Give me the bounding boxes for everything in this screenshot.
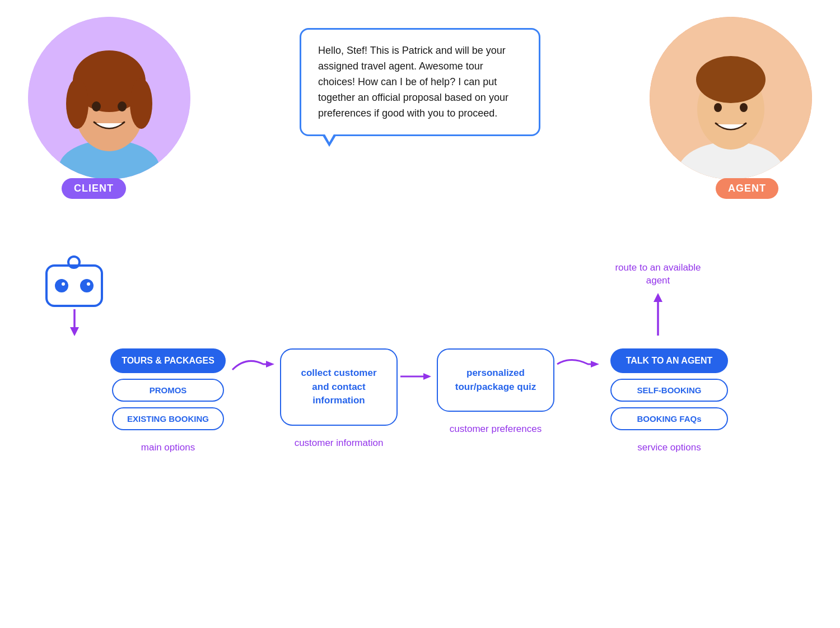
promos-btn[interactable]: PROMOS bbox=[112, 379, 224, 402]
svg-point-14 bbox=[714, 103, 722, 112]
customer-pref-label: customer preferences bbox=[450, 423, 542, 436]
svg-rect-16 bbox=[46, 266, 102, 306]
col-customer-pref: personalized tour/package quiz customer … bbox=[437, 348, 554, 436]
svg-point-20 bbox=[80, 279, 94, 292]
quiz-box: personalized tour/package quiz bbox=[437, 348, 554, 412]
arrow-3-4 bbox=[554, 348, 605, 375]
col-main-options: TOURS & PACKAGES PROMOS EXISTING BOOKING… bbox=[106, 348, 230, 454]
bot-icon-area bbox=[42, 253, 106, 337]
bot-down-arrow bbox=[66, 309, 83, 337]
svg-marker-27 bbox=[423, 373, 431, 380]
tours-packages-btn[interactable]: TOURS & PACKAGES bbox=[110, 348, 226, 373]
talk-agent-btn[interactable]: TALK TO AN AGENT bbox=[610, 348, 728, 373]
bot-icon bbox=[42, 253, 106, 309]
agent-label-badge: AGENT bbox=[716, 178, 778, 199]
svg-marker-25 bbox=[266, 361, 274, 368]
speech-bubble: Hello, Stef! This is Patrick and will be… bbox=[300, 28, 540, 136]
customer-info-label: customer information bbox=[295, 437, 384, 450]
agent-avatar-container: AGENT bbox=[633, 17, 812, 230]
arrow-2-3 bbox=[398, 348, 437, 385]
svg-point-8 bbox=[118, 101, 127, 111]
flow-diagram: TOURS & PACKAGES PROMOS EXISTING BOOKING… bbox=[0, 348, 840, 454]
speech-bubble-text: Hello, Stef! This is Patrick and will be… bbox=[318, 45, 508, 119]
arrow-svg-2-3 bbox=[398, 368, 437, 385]
svg-point-5 bbox=[66, 78, 88, 129]
existing-booking-btn[interactable]: EXISTING BOOKING bbox=[112, 407, 224, 430]
client-avatar-svg bbox=[28, 17, 190, 179]
agent-avatar-svg bbox=[650, 17, 812, 179]
agent-avatar-bg bbox=[650, 17, 812, 179]
svg-marker-30 bbox=[654, 293, 662, 302]
arrow-svg-1-2 bbox=[230, 353, 280, 375]
route-label-text: route to an available agent bbox=[605, 262, 711, 287]
col-customer-info: collect customer and contact information… bbox=[280, 348, 398, 450]
client-avatar-bg bbox=[28, 17, 190, 179]
route-label-area: route to an available agent bbox=[605, 262, 711, 339]
svg-point-22 bbox=[87, 282, 90, 286]
main-options-label: main options bbox=[141, 441, 195, 454]
arrow-1-2 bbox=[230, 348, 280, 375]
svg-point-13 bbox=[696, 56, 766, 103]
arrow-svg-3-4 bbox=[554, 353, 605, 375]
col-service-options: route to an available agent TALK TO AN A… bbox=[605, 348, 734, 454]
svg-point-15 bbox=[740, 103, 748, 112]
svg-marker-28 bbox=[591, 361, 599, 368]
route-up-arrow bbox=[650, 292, 666, 337]
self-booking-btn[interactable]: SELF-BOOKING bbox=[610, 379, 728, 402]
svg-point-19 bbox=[55, 279, 68, 292]
booking-faqs-btn[interactable]: BOOKING FAQs bbox=[610, 407, 728, 430]
collect-info-box: collect customer and contact information bbox=[280, 348, 398, 426]
svg-point-6 bbox=[130, 78, 152, 129]
client-avatar-container: CLIENT bbox=[28, 17, 207, 230]
svg-point-21 bbox=[62, 282, 65, 286]
client-label-badge: CLIENT bbox=[62, 178, 126, 199]
svg-point-7 bbox=[92, 101, 101, 111]
service-options-label: service options bbox=[637, 441, 701, 454]
svg-marker-24 bbox=[70, 327, 79, 336]
